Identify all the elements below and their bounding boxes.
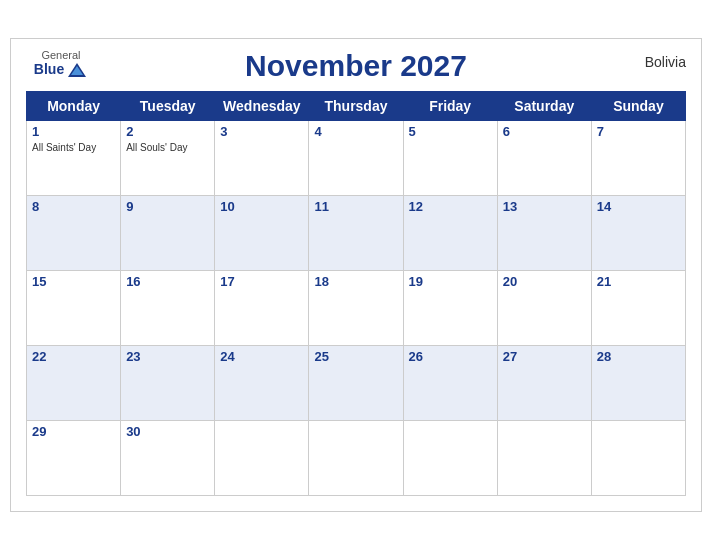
logo-icon xyxy=(66,61,88,79)
day-number: 30 xyxy=(126,424,209,439)
day-event: All Souls' Day xyxy=(126,141,209,154)
calendar-week-row: 22232425262728 xyxy=(27,346,686,421)
calendar-cell: 22 xyxy=(27,346,121,421)
calendar-cell: 10 xyxy=(215,196,309,271)
days-header-row: MondayTuesdayWednesdayThursdayFridaySatu… xyxy=(27,92,686,121)
day-number: 10 xyxy=(220,199,303,214)
calendar-cell xyxy=(215,421,309,496)
calendar-week-row: 1All Saints' Day2All Souls' Day34567 xyxy=(27,121,686,196)
calendar-cell: 8 xyxy=(27,196,121,271)
day-number: 9 xyxy=(126,199,209,214)
day-header-sunday: Sunday xyxy=(591,92,685,121)
day-number: 5 xyxy=(409,124,492,139)
calendar-week-row: 2930 xyxy=(27,421,686,496)
day-number: 26 xyxy=(409,349,492,364)
calendar-cell: 12 xyxy=(403,196,497,271)
day-number: 4 xyxy=(314,124,397,139)
day-header-friday: Friday xyxy=(403,92,497,121)
calendar-cell: 9 xyxy=(121,196,215,271)
day-header-tuesday: Tuesday xyxy=(121,92,215,121)
calendar-cell: 25 xyxy=(309,346,403,421)
calendar-container: General Blue November 2027 Bolivia Monda… xyxy=(10,38,702,512)
day-number: 25 xyxy=(314,349,397,364)
day-header-saturday: Saturday xyxy=(497,92,591,121)
country-label: Bolivia xyxy=(645,54,686,70)
calendar-cell: 7 xyxy=(591,121,685,196)
calendar-cell: 13 xyxy=(497,196,591,271)
day-number: 2 xyxy=(126,124,209,139)
day-number: 20 xyxy=(503,274,586,289)
calendar-cell: 26 xyxy=(403,346,497,421)
calendar-cell: 29 xyxy=(27,421,121,496)
calendar-cell: 21 xyxy=(591,271,685,346)
day-number: 14 xyxy=(597,199,680,214)
calendar-cell: 11 xyxy=(309,196,403,271)
calendar-cell: 27 xyxy=(497,346,591,421)
calendar-cell: 17 xyxy=(215,271,309,346)
day-header-thursday: Thursday xyxy=(309,92,403,121)
day-number: 27 xyxy=(503,349,586,364)
day-number: 16 xyxy=(126,274,209,289)
day-number: 3 xyxy=(220,124,303,139)
calendar-cell xyxy=(591,421,685,496)
logo-blue: Blue xyxy=(34,62,64,77)
calendar-cell: 3 xyxy=(215,121,309,196)
day-header-monday: Monday xyxy=(27,92,121,121)
day-number: 23 xyxy=(126,349,209,364)
logo-general: General xyxy=(41,49,80,61)
calendar-cell: 1All Saints' Day xyxy=(27,121,121,196)
calendar-cell: 24 xyxy=(215,346,309,421)
calendar-title: November 2027 xyxy=(245,49,467,83)
calendar-cell xyxy=(403,421,497,496)
day-number: 18 xyxy=(314,274,397,289)
calendar-cell: 28 xyxy=(591,346,685,421)
day-number: 11 xyxy=(314,199,397,214)
calendar-cell: 6 xyxy=(497,121,591,196)
day-number: 24 xyxy=(220,349,303,364)
calendar-cell: 14 xyxy=(591,196,685,271)
calendar-cell: 4 xyxy=(309,121,403,196)
day-number: 17 xyxy=(220,274,303,289)
calendar-cell: 20 xyxy=(497,271,591,346)
day-number: 7 xyxy=(597,124,680,139)
day-number: 12 xyxy=(409,199,492,214)
day-number: 29 xyxy=(32,424,115,439)
calendar-week-row: 891011121314 xyxy=(27,196,686,271)
calendar-cell xyxy=(497,421,591,496)
day-header-wednesday: Wednesday xyxy=(215,92,309,121)
calendar-cell: 19 xyxy=(403,271,497,346)
day-number: 15 xyxy=(32,274,115,289)
calendar-cell: 30 xyxy=(121,421,215,496)
day-event: All Saints' Day xyxy=(32,141,115,154)
day-number: 13 xyxy=(503,199,586,214)
day-number: 6 xyxy=(503,124,586,139)
day-number: 19 xyxy=(409,274,492,289)
calendar-cell: 5 xyxy=(403,121,497,196)
calendar-cell: 18 xyxy=(309,271,403,346)
calendar-cell: 15 xyxy=(27,271,121,346)
calendar-cell: 16 xyxy=(121,271,215,346)
calendar-week-row: 15161718192021 xyxy=(27,271,686,346)
calendar-grid: MondayTuesdayWednesdayThursdayFridaySatu… xyxy=(26,91,686,496)
day-number: 28 xyxy=(597,349,680,364)
day-number: 22 xyxy=(32,349,115,364)
day-number: 21 xyxy=(597,274,680,289)
calendar-cell xyxy=(309,421,403,496)
day-number: 8 xyxy=(32,199,115,214)
logo-area: General Blue xyxy=(26,49,96,79)
calendar-header: General Blue November 2027 Bolivia xyxy=(26,49,686,83)
calendar-cell: 2All Souls' Day xyxy=(121,121,215,196)
calendar-cell: 23 xyxy=(121,346,215,421)
day-number: 1 xyxy=(32,124,115,139)
